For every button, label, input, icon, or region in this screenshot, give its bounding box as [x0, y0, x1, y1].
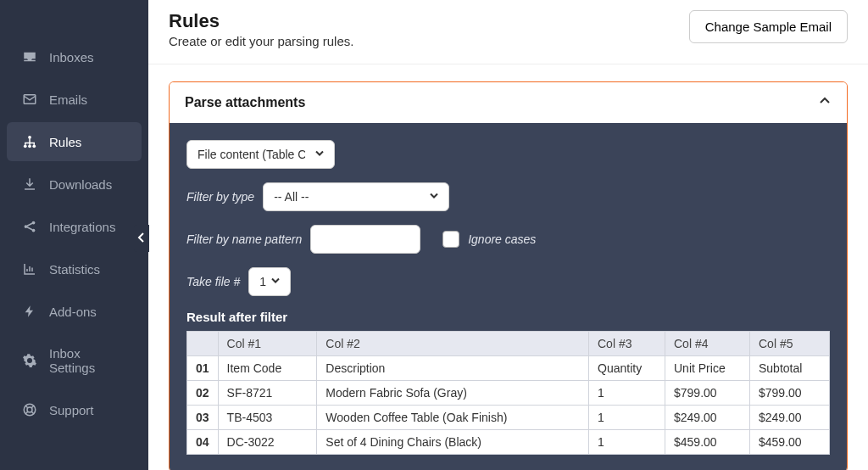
table-cell: SF-8721	[218, 381, 317, 406]
table-cell: DC-3022	[218, 430, 317, 455]
table-cell: Subtotal	[750, 356, 830, 381]
svg-point-4	[32, 144, 36, 148]
filter-name-label: Filter by name pattern	[186, 232, 302, 246]
table-cell-rownum: 01	[187, 356, 219, 381]
sidebar-item-label: Inboxes	[49, 50, 94, 64]
take-file-select[interactable]: 1	[248, 267, 291, 296]
table-header-col3: Col #3	[589, 332, 665, 356]
sidebar-item-label: Add-ons	[49, 305, 97, 319]
panel-body: File content (Table Cells) Filter by typ…	[170, 123, 847, 470]
svg-point-1	[28, 136, 31, 139]
table-cell: Item Code	[218, 356, 317, 381]
table-row: 04DC-3022Set of 4 Dining Chairs (Black)1…	[187, 430, 830, 455]
table-cell: Quantity	[589, 356, 665, 381]
table-cell: $799.00	[665, 381, 750, 406]
table-header-col5: Col #5	[750, 332, 830, 356]
sidebar-item-integrations[interactable]: Integrations	[7, 207, 142, 246]
inbox-icon	[22, 49, 37, 64]
table-header-col1: Col #1	[218, 332, 317, 356]
page-subtitle: Create or edit your parsing rules.	[169, 34, 353, 48]
sidebar-item-support[interactable]: Support	[7, 390, 142, 429]
ignore-cases-checkbox[interactable]	[442, 231, 459, 248]
table-cell: Unit Price	[665, 356, 750, 381]
sidebar: Inboxes Emails Rules Downloads Integrati…	[0, 0, 148, 470]
chevron-left-icon	[137, 231, 146, 246]
table-cell: $799.00	[750, 381, 830, 406]
table-cell-rownum: 03	[187, 406, 219, 430]
svg-point-9	[27, 407, 32, 412]
sidebar-item-label: Emails	[49, 92, 87, 107]
table-cell: $459.00	[665, 430, 750, 455]
table-cell: $249.00	[665, 406, 750, 430]
page-title: Rules	[169, 10, 353, 32]
filter-name-input[interactable]	[310, 225, 420, 254]
table-cell: Modern Fabric Sofa (Gray)	[317, 381, 589, 406]
chart-icon	[22, 261, 37, 277]
table-header-col4: Col #4	[665, 332, 750, 356]
table-cell: 1	[589, 430, 665, 455]
sidebar-item-rules[interactable]: Rules	[7, 122, 142, 161]
sitemap-icon	[22, 134, 37, 149]
take-file-label: Take file #	[186, 275, 240, 288]
chevron-up-icon	[818, 94, 832, 111]
filter-type-select[interactable]: -- All --	[263, 182, 449, 211]
panel-header[interactable]: Parse attachments	[170, 82, 847, 123]
change-sample-email-button[interactable]: Change Sample Email	[689, 10, 848, 43]
chevron-down-icon	[270, 275, 281, 289]
table-cell: $249.00	[750, 406, 830, 430]
sidebar-item-label: Downloads	[49, 177, 112, 192]
take-file-value: 1	[259, 275, 266, 288]
sidebar-item-label: Statistics	[49, 262, 100, 277]
source-type-select[interactable]: File content (Table Cells)	[186, 140, 335, 169]
ignore-cases-label: Ignore cases	[468, 232, 536, 246]
table-cell: Description	[317, 356, 589, 381]
table-header-rownum	[187, 332, 219, 356]
table-cell: Wooden Coffee Table (Oak Finish)	[317, 406, 589, 430]
sidebar-item-downloads[interactable]: Downloads	[7, 165, 142, 204]
main-content: Rules Create or edit your parsing rules.…	[148, 0, 868, 470]
bolt-icon	[22, 304, 37, 319]
sidebar-collapse-button[interactable]	[134, 225, 149, 252]
chevron-down-icon	[314, 148, 326, 162]
envelope-icon	[22, 92, 37, 107]
table-header-col2: Col #2	[317, 332, 589, 356]
result-table: Col #1 Col #2 Col #3 Col #4 Col #5 01Ite…	[186, 331, 830, 455]
sidebar-item-label: Rules	[49, 135, 81, 149]
share-icon	[22, 219, 37, 234]
gear-icon	[22, 353, 37, 368]
sidebar-item-label: Inbox Settings	[49, 346, 126, 375]
sidebar-item-inboxes[interactable]: Inboxes	[7, 37, 142, 76]
sidebar-item-inbox-settings[interactable]: Inbox Settings	[7, 334, 142, 387]
filter-type-label: Filter by type	[186, 190, 254, 204]
result-after-filter-title: Result after filter	[186, 310, 830, 324]
parse-attachments-panel: Parse attachments File content (Table Ce…	[169, 81, 848, 470]
page-header: Rules Create or edit your parsing rules.…	[148, 0, 868, 64]
table-cell: Set of 4 Dining Chairs (Black)	[317, 430, 589, 455]
table-row: 02SF-8721Modern Fabric Sofa (Gray)1$799.…	[187, 381, 830, 406]
svg-point-2	[24, 144, 27, 148]
sidebar-item-statistics[interactable]: Statistics	[7, 249, 142, 288]
sidebar-item-addons[interactable]: Add-ons	[7, 292, 142, 331]
table-cell: 1	[589, 381, 665, 406]
table-cell: 1	[589, 406, 665, 430]
filter-type-value: -- All --	[274, 190, 309, 204]
sidebar-item-label: Support	[49, 403, 94, 417]
table-cell: TB-4503	[218, 406, 317, 430]
table-row: 01Item CodeDescriptionQuantityUnit Price…	[187, 356, 830, 381]
sidebar-item-label: Integrations	[49, 220, 115, 234]
lifering-icon	[22, 402, 37, 417]
chevron-down-icon	[428, 190, 440, 204]
svg-point-3	[28, 144, 31, 148]
table-cell-rownum: 02	[187, 381, 219, 406]
table-cell-rownum: 04	[187, 430, 219, 455]
download-icon	[22, 176, 37, 192]
table-cell: $459.00	[750, 430, 830, 455]
table-row: 03TB-4503Wooden Coffee Table (Oak Finish…	[187, 406, 830, 430]
panel-title: Parse attachments	[185, 95, 305, 110]
source-type-value: File content (Table Cells)	[198, 148, 305, 161]
sidebar-item-emails[interactable]: Emails	[7, 80, 142, 119]
